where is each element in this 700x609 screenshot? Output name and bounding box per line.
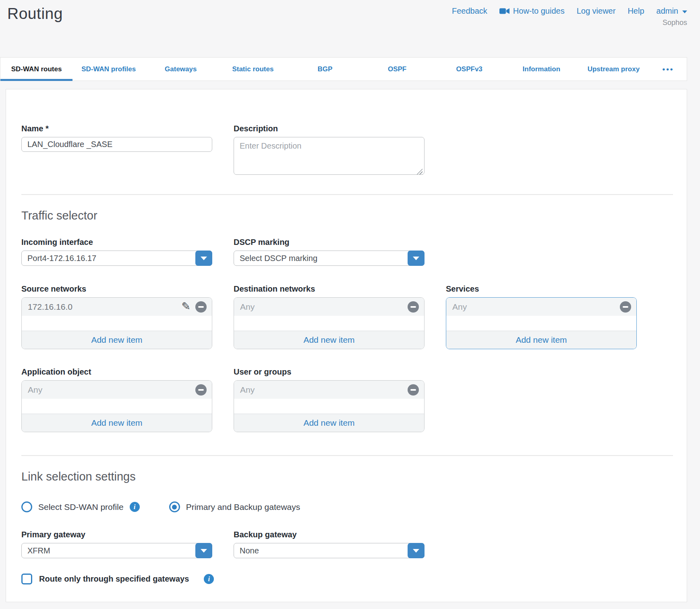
source-networks-add-button[interactable]: Add new item [22,331,212,349]
tab-overflow-ellipsis-icon[interactable]: ••• [650,58,687,81]
application-object-group: Application object Any Add new item [21,367,212,432]
info-icon[interactable]: i [204,574,214,584]
tab-upstream-proxy[interactable]: Upstream proxy [578,58,650,81]
edit-pencil-icon[interactable]: ✎ [181,301,191,312]
name-field-group: Name * [21,124,212,176]
backup-gateway-group: Backup gateway None [234,530,425,558]
services-group: Services Any Add new item [446,284,637,349]
backup-gateway-dropdown[interactable]: None [234,543,425,558]
sdwan-profile-radio-group: Select SD-WAN profile i [21,501,140,512]
remove-item-icon[interactable] [195,301,207,313]
routing-page: Routing Feedback How-to guides Log viewe… [0,0,700,609]
dropdown-arrow-button[interactable] [408,543,425,558]
dscp-marking-group: DSCP marking Select DSCP marking [234,238,425,266]
remove-item-icon[interactable] [620,301,631,313]
description-field-group: Description [234,124,425,176]
primary-gateway-label: Primary gateway [21,530,212,539]
services-box: Any Add new item [446,297,637,349]
log-viewer-link[interactable]: Log viewer [577,6,616,16]
list-item: Any [234,381,424,399]
primary-backup-radio[interactable] [169,501,180,512]
itembox-spacer [22,399,212,414]
chevron-down-icon [201,549,207,553]
chevron-down-icon [413,549,419,553]
tab-ospfv3[interactable]: OSPFv3 [433,58,505,81]
remove-item-icon[interactable] [408,384,419,396]
primary-backup-radio-label: Primary and Backup gateways [186,502,300,512]
primary-gateway-group: Primary gateway XFRM [21,530,212,558]
destination-networks-group: Destination networks Any Add new item [234,284,425,349]
primary-gateway-dropdown[interactable]: XFRM [21,543,212,558]
tab-static-routes[interactable]: Static routes [217,58,289,81]
page-title: Routing [7,5,63,23]
destination-networks-box: Any Add new item [234,297,425,349]
tab-gateways[interactable]: Gateways [145,58,217,81]
user-or-groups-add-button[interactable]: Add new item [234,414,424,432]
dropdown-arrow-button[interactable] [408,251,425,266]
header-links: Feedback How-to guides Log viewer Help a… [452,6,687,16]
incoming-interface-dropdown[interactable]: Port4-172.16.16.17 [21,251,212,266]
application-object-label: Application object [21,367,212,377]
incoming-interface-label: Incoming interface [21,238,212,247]
name-input[interactable] [21,137,212,152]
backup-gateway-label: Backup gateway [234,530,425,539]
dscp-marking-dropdown[interactable]: Select DSCP marking [234,251,425,266]
dscp-marking-label: DSCP marking [234,238,425,247]
dropdown-arrow-button[interactable] [195,543,212,558]
routing-tabbar: SD-WAN routes SD-WAN profiles Gateways S… [0,57,687,81]
tab-ospf[interactable]: OSPF [361,58,433,81]
tab-bgp[interactable]: BGP [289,58,361,81]
application-object-add-button[interactable]: Add new item [22,414,212,432]
feedback-link[interactable]: Feedback [452,6,487,16]
list-item: Any [234,298,424,316]
route-only-checkbox-label: Route only through specified gateways [39,574,189,584]
chevron-down-icon [201,257,207,260]
destination-networks-add-button[interactable]: Add new item [234,331,424,349]
dropdown-arrow-button[interactable] [195,251,212,266]
chevron-down-icon [413,257,419,260]
destination-networks-label: Destination networks [234,284,425,294]
org-name: Sophos [663,19,687,27]
description-textarea[interactable] [234,137,425,175]
itembox-spacer [22,316,212,331]
tab-sdwan-routes[interactable]: SD-WAN routes [0,58,72,81]
info-icon[interactable]: i [130,502,140,512]
incoming-interface-group: Incoming interface Port4-172.16.16.17 [21,238,212,266]
account-menu[interactable]: admin [657,6,687,16]
sdwan-profile-radio-label: Select SD-WAN profile [38,502,124,512]
route-only-checkbox[interactable] [21,574,32,584]
remove-item-icon[interactable] [195,384,207,396]
application-object-box: Any Add new item [21,380,212,432]
user-or-groups-box: Any Add new item [234,380,425,432]
itembox-spacer [234,399,424,414]
itembox-spacer [446,316,636,331]
traffic-selector-heading: Traffic selector [21,209,673,222]
remove-item-icon[interactable] [408,301,419,313]
primary-backup-radio-group: Primary and Backup gateways [169,501,300,512]
howto-guides-link[interactable]: How-to guides [499,6,565,16]
chevron-down-icon [682,10,687,13]
source-networks-group: Source networks 172.16.16.0 ✎ Add new it… [21,284,212,349]
tab-sdwan-profiles[interactable]: SD-WAN profiles [72,58,145,81]
description-label: Description [234,124,425,133]
list-item: 172.16.16.0 ✎ [22,298,212,316]
help-link[interactable]: Help [628,6,644,16]
name-label: Name * [21,124,212,133]
user-or-groups-group: User or groups Any Add new item [234,367,425,432]
list-item: Any [446,298,636,316]
itembox-spacer [234,316,424,331]
source-networks-box: 172.16.16.0 ✎ Add new item [21,297,212,349]
required-asterisk: * [46,124,49,133]
services-add-button[interactable]: Add new item [446,331,636,349]
link-selection-heading: Link selection settings [21,470,673,483]
section-divider [21,455,673,456]
source-networks-label: Source networks [21,284,212,294]
sdwan-profile-radio[interactable] [21,501,32,512]
services-label: Services [446,284,637,294]
user-or-groups-label: User or groups [234,367,425,377]
list-item: Any [22,381,212,399]
video-camera-icon [499,8,510,14]
section-divider [21,194,673,195]
sdwan-route-form-card: Name * Description Traffic selector I [6,89,687,602]
tab-information[interactable]: Information [505,58,578,81]
